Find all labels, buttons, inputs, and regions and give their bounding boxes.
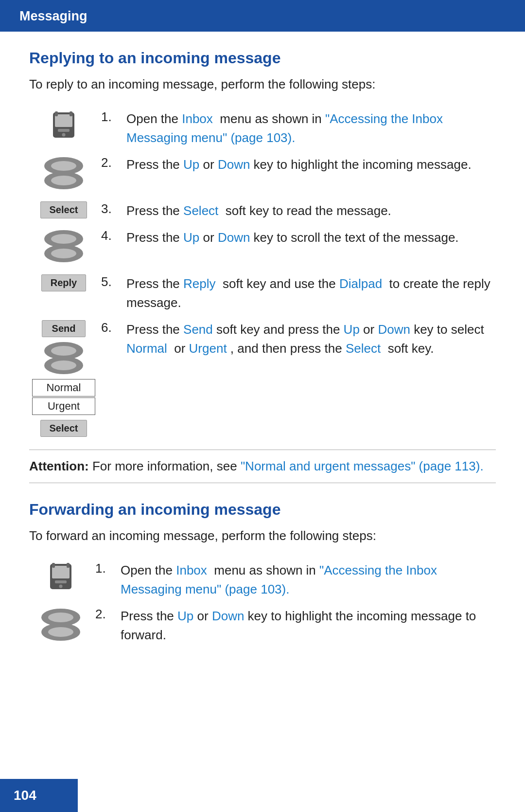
svg-point-29 xyxy=(48,613,73,622)
link-accessing-s2-1[interactable]: "Accessing the Inbox Messaging menu" (pa… xyxy=(121,563,437,596)
step6-icon-cell: Send Normal Urgent Select xyxy=(29,316,98,441)
table-row: 2. Press the Up or Down key to highlight… xyxy=(29,603,496,649)
send-softkey[interactable]: Send xyxy=(42,320,86,337)
page-number: 104 xyxy=(14,788,36,803)
link-inbox-1[interactable]: Inbox xyxy=(182,111,213,126)
svg-rect-27 xyxy=(67,563,70,568)
step2-icon-cell xyxy=(29,151,98,198)
step3-num: 3. xyxy=(98,198,123,224)
sec2-step2-icon-cell xyxy=(29,603,92,649)
link-up-6[interactable]: Up xyxy=(344,322,360,337)
link-select-6[interactable]: Select xyxy=(346,341,381,356)
svg-rect-9 xyxy=(70,111,72,116)
step6-text: Press the Send soft key and press the Up… xyxy=(123,316,496,441)
attention-text: For more information, see xyxy=(92,459,241,473)
step3-icon-cell: Select xyxy=(29,198,98,224)
section1-title: Replying to an incoming message xyxy=(29,49,496,67)
svg-point-21 xyxy=(51,361,76,370)
svg-rect-5 xyxy=(55,114,72,127)
step6-num: 6. xyxy=(98,316,123,441)
table-row: Send Normal Urgent Select xyxy=(29,316,496,441)
step5-icon-cell: Reply xyxy=(29,271,98,316)
step4-text: Press the Up or Down key to scroll the t… xyxy=(123,224,496,271)
link-up-2[interactable]: Up xyxy=(183,157,199,172)
sec2-step1-num: 1. xyxy=(92,557,118,603)
link-up-4[interactable]: Up xyxy=(183,230,199,245)
link-reply-5[interactable]: Reply xyxy=(183,276,215,291)
header-bar: Messaging xyxy=(0,0,525,32)
table-row: 4. Press the Up or Down key to scroll th… xyxy=(29,224,496,271)
section1-intro: To reply to an incoming message, perform… xyxy=(29,77,496,92)
section2-intro: To forward an incoming message, perform … xyxy=(29,528,496,543)
link-down-4[interactable]: Down xyxy=(218,230,250,245)
nav-key-icon-4 xyxy=(36,607,85,642)
phone-menu-icon xyxy=(48,109,79,141)
page-footer: 104 xyxy=(0,779,78,812)
step4-icon-cell xyxy=(29,224,98,271)
section2-steps-table: 1. Open the Inbox menu as shown in "Acce… xyxy=(29,557,496,649)
svg-rect-8 xyxy=(55,111,58,116)
link-down-2[interactable]: Down xyxy=(218,157,250,172)
phone-menu-icon-2 xyxy=(45,561,76,592)
section2-title: Forwarding an incoming message xyxy=(29,501,496,519)
nav-key-icon-3 xyxy=(39,340,88,375)
svg-point-15 xyxy=(51,234,76,244)
sec2-step2-num: 2. xyxy=(92,603,118,649)
step3-text: Press the Select soft key to read the me… xyxy=(123,198,496,224)
attention-bold: Attention: xyxy=(29,459,89,473)
select-softkey-1[interactable]: Select xyxy=(40,201,88,218)
step4-num: 4. xyxy=(98,224,123,271)
svg-point-25 xyxy=(59,585,63,588)
step5-num: 5. xyxy=(98,271,123,316)
nav-key-icon-2 xyxy=(39,228,88,263)
link-down-s2-2[interactable]: Down xyxy=(212,609,244,623)
link-send-6[interactable]: Send xyxy=(183,322,213,337)
link-select-3[interactable]: Select xyxy=(183,203,218,218)
header-label: Messaging xyxy=(19,9,88,23)
table-row: 1. Open the Inbox menu as shown in "Acce… xyxy=(29,557,496,603)
svg-rect-23 xyxy=(52,566,70,578)
svg-point-19 xyxy=(51,346,76,356)
svg-rect-24 xyxy=(55,580,67,583)
svg-point-13 xyxy=(51,176,76,185)
link-normal-6[interactable]: Normal xyxy=(126,341,167,356)
sec2-step1-icon-cell xyxy=(29,557,92,603)
svg-rect-26 xyxy=(52,563,55,568)
step5-text: Press the Reply soft key and use the Dia… xyxy=(123,271,496,316)
svg-point-7 xyxy=(62,133,66,137)
step1-num: 1. xyxy=(98,106,123,151)
menu-urgent: Urgent xyxy=(32,397,95,415)
reply-softkey[interactable]: Reply xyxy=(41,274,86,291)
link-urgent-6[interactable]: Urgent xyxy=(189,341,227,356)
attention-link[interactable]: "Normal and urgent messages" (page 113). xyxy=(241,459,484,473)
nav-key-icon xyxy=(39,155,88,190)
table-row: Select 3. Press the Select soft key to r… xyxy=(29,198,496,224)
link-dialpad-5[interactable]: Dialpad xyxy=(339,276,382,291)
sec2-step2-text: Press the Up or Down key to highlight th… xyxy=(118,603,496,649)
link-accessing-1[interactable]: "Accessing the Inbox Messaging menu" (pa… xyxy=(126,111,443,145)
attention-box: Attention: For more information, see "No… xyxy=(29,450,496,483)
select-softkey-2[interactable]: Select xyxy=(40,420,88,437)
step2-text: Press the Up or Down key to highlight th… xyxy=(123,151,496,198)
section1-steps-table: 1. Open the Inbox menu as shown in "Acce… xyxy=(29,106,496,441)
link-up-s2-2[interactable]: Up xyxy=(177,609,193,623)
svg-point-31 xyxy=(48,627,73,637)
table-row: 1. Open the Inbox menu as shown in "Acce… xyxy=(29,106,496,151)
link-down-6[interactable]: Down xyxy=(378,322,410,337)
svg-point-11 xyxy=(51,161,76,171)
sec2-step1-text: Open the Inbox menu as shown in "Accessi… xyxy=(118,557,496,603)
table-row: Reply 5. Press the Reply soft key and us… xyxy=(29,271,496,316)
step1-text: Open the Inbox menu as shown in "Accessi… xyxy=(123,106,496,151)
svg-point-17 xyxy=(51,249,76,258)
link-inbox-s2-1[interactable]: Inbox xyxy=(176,563,207,577)
table-row: 2. Press the Up or Down key to highlight… xyxy=(29,151,496,198)
step2-num: 2. xyxy=(98,151,123,198)
step1-icon-cell xyxy=(29,106,98,151)
menu-normal: Normal xyxy=(32,379,95,397)
svg-rect-6 xyxy=(58,129,70,132)
